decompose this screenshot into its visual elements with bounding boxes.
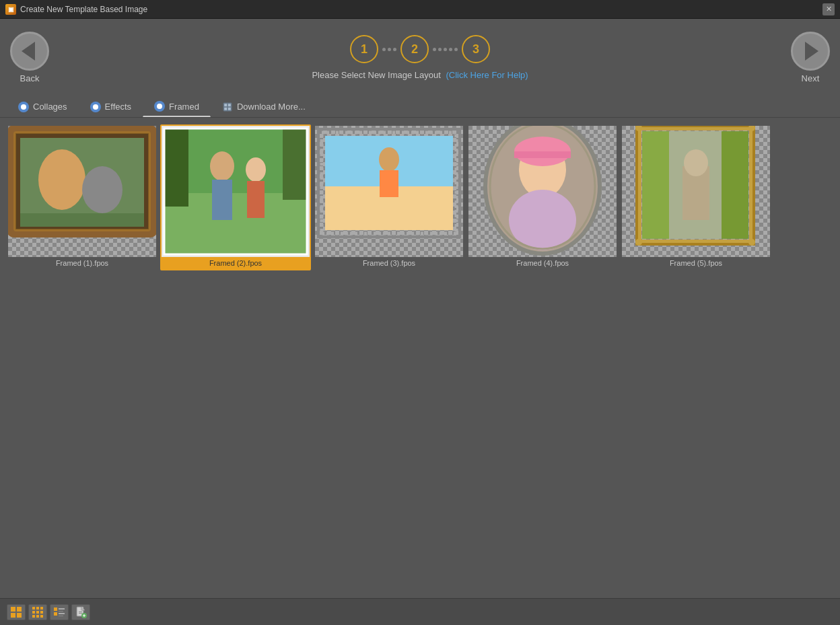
tabs-bar: Collages Effects Framed — [0, 96, 840, 118]
template-item-1[interactable]: Framed (1).fpos — [7, 124, 158, 270]
svg-rect-25 — [247, 181, 265, 218]
title-bar: ▣ Create New Template Based Image ✕ — [0, 0, 840, 19]
svg-rect-59 — [11, 613, 15, 618]
svg-rect-63 — [40, 607, 43, 610]
dot — [444, 48, 447, 51]
svg-point-22 — [210, 151, 234, 181]
svg-rect-4 — [224, 104, 227, 106]
step-3: 3 — [462, 35, 490, 63]
svg-rect-47 — [722, 131, 748, 239]
template-thumb-3 — [315, 126, 463, 257]
small-grid-button[interactable] — [28, 604, 47, 620]
tab-effects-label: Effects — [105, 102, 132, 112]
tab-collages-label: Collages — [33, 102, 67, 112]
tab-framed[interactable]: Framed — [143, 96, 211, 117]
bottom-bar — [0, 598, 840, 625]
svg-rect-21 — [283, 126, 310, 200]
subtitle: Please Select New Image Layout (Click He… — [312, 70, 528, 80]
svg-rect-20 — [162, 126, 188, 207]
svg-rect-13 — [20, 213, 144, 227]
template-item-5[interactable]: Framed (5).fpos — [621, 124, 771, 270]
framed-tab-icon — [154, 101, 165, 112]
list-view-button[interactable] — [50, 604, 69, 620]
template-label-1: Framed (1).fpos — [8, 257, 156, 269]
tab-download[interactable]: Download More... — [211, 97, 317, 117]
back-arrow-icon — [22, 42, 35, 61]
template-grid: Framed (1).fpos — [0, 118, 840, 277]
svg-rect-32 — [380, 170, 398, 197]
template-thumb-1 — [8, 126, 156, 257]
dot — [433, 48, 436, 51]
svg-point-49 — [684, 149, 708, 176]
svg-rect-40 — [514, 151, 571, 158]
main-content: Back 1 2 3 — [0, 19, 840, 625]
download-tab-icon — [222, 102, 233, 112]
app-icon: ▣ — [5, 4, 16, 15]
svg-rect-75 — [59, 616, 63, 616]
template-thumb-5 — [622, 126, 770, 257]
svg-rect-60 — [17, 613, 22, 618]
svg-rect-46 — [642, 131, 669, 239]
svg-point-54 — [635, 239, 642, 246]
tab-collages[interactable]: Collages — [7, 97, 79, 117]
dot — [449, 48, 452, 51]
svg-point-2 — [157, 104, 162, 109]
tab-download-label: Download More... — [237, 102, 306, 112]
tab-effects[interactable]: Effects — [79, 97, 143, 117]
back-label: Back — [20, 73, 40, 83]
back-button[interactable]: Back — [10, 32, 49, 83]
next-button[interactable]: Next — [791, 32, 830, 83]
svg-rect-62 — [36, 607, 39, 610]
svg-rect-6 — [224, 107, 227, 110]
title-bar-left: ▣ Create New Template Based Image — [5, 4, 147, 15]
header: Back 1 2 3 — [0, 19, 840, 96]
svg-rect-66 — [40, 611, 43, 614]
svg-rect-67 — [32, 615, 35, 618]
svg-point-11 — [38, 149, 85, 210]
dot — [393, 48, 396, 51]
steps-row: 1 2 3 — [350, 35, 490, 63]
svg-rect-23 — [212, 180, 232, 220]
template-item-2[interactable]: Framed (2).fpos — [160, 124, 311, 270]
step-1: 1 — [350, 35, 378, 63]
svg-point-1 — [93, 104, 98, 110]
file-button[interactable] — [71, 604, 90, 620]
next-label: Next — [802, 73, 820, 83]
template-thumb-4 — [468, 126, 617, 257]
template-label-5: Framed (5).fpos — [622, 257, 770, 269]
template-item-3[interactable]: Framed (3).fpos — [314, 124, 464, 270]
next-arrow-icon — [805, 42, 818, 61]
step-indicator: 1 2 3 Please Select New Image Layout — [312, 35, 528, 80]
large-grid-button[interactable] — [7, 604, 26, 620]
tab-framed-label: Framed — [169, 102, 199, 112]
svg-point-31 — [379, 147, 399, 172]
svg-rect-72 — [59, 611, 63, 612]
help-link[interactable]: (Click Here For Help) — [446, 70, 528, 80]
svg-point-0 — [21, 104, 26, 110]
svg-rect-58 — [17, 607, 22, 612]
dot — [382, 48, 386, 51]
step-dots-1 — [378, 48, 400, 51]
dot — [454, 48, 458, 51]
step-2: 2 — [400, 35, 429, 63]
svg-rect-61 — [32, 607, 35, 610]
template-label-3: Framed (3).fpos — [315, 257, 463, 269]
svg-point-55 — [748, 239, 755, 246]
svg-rect-64 — [32, 611, 35, 614]
dot — [438, 48, 442, 51]
svg-rect-79 — [79, 613, 82, 614]
svg-point-12 — [82, 166, 123, 213]
collages-tab-icon — [18, 102, 29, 112]
svg-rect-73 — [54, 612, 57, 616]
template-item-4[interactable]: Framed (4).fpos — [467, 124, 618, 270]
svg-rect-57 — [11, 607, 15, 612]
svg-rect-74 — [59, 613, 65, 614]
step-dots-2 — [429, 48, 462, 51]
svg-rect-82 — [84, 614, 85, 617]
svg-rect-71 — [59, 608, 65, 610]
close-button[interactable]: ✕ — [823, 3, 835, 15]
svg-rect-78 — [79, 612, 82, 612]
dot — [388, 48, 391, 51]
svg-rect-68 — [36, 615, 39, 618]
title-text: Create New Template Based Image — [20, 5, 147, 14]
